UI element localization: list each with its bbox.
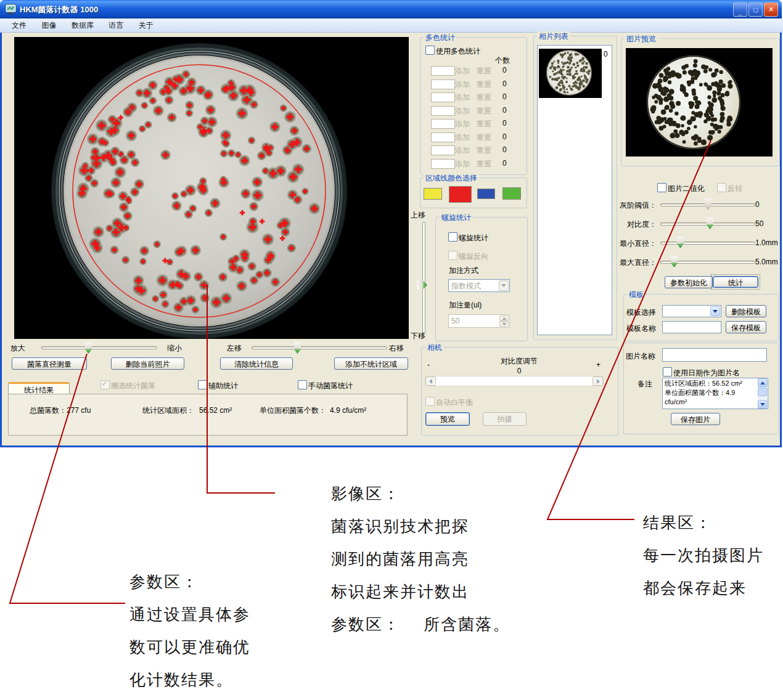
- region-color-red[interactable]: [449, 186, 472, 203]
- contrast-thumb[interactable]: [707, 218, 713, 229]
- spinner-up-icon[interactable]: [499, 315, 509, 321]
- pan-slider-track[interactable]: [252, 346, 387, 349]
- delete-template-button[interactable]: 删除模板: [726, 305, 766, 317]
- petri-dish-image[interactable]: [14, 37, 409, 339]
- zoom-in-label: 放大: [10, 343, 25, 354]
- note-scrollbar[interactable]: [758, 378, 767, 409]
- multicolor-stats-title: 多色统计: [424, 33, 457, 43]
- binarize-checkbox[interactable]: [657, 183, 666, 192]
- zoom-slider-thumb[interactable]: [85, 342, 92, 354]
- min-diameter-thumb[interactable]: [677, 237, 684, 248]
- use-multicolor-checkbox[interactable]: [425, 46, 435, 55]
- camera-capture-button[interactable]: 拍摄: [483, 412, 527, 426]
- note-label: 备注: [637, 379, 652, 389]
- dropdown-arrow-icon[interactable]: [710, 306, 720, 316]
- add-color-button-7[interactable]: 添加: [455, 145, 470, 156]
- pan-slider-thumb[interactable]: [294, 342, 301, 354]
- assist-count-checkbox[interactable]: [198, 380, 207, 389]
- add-color-button-4[interactable]: 添加: [455, 106, 470, 116]
- color-swatch-5[interactable]: [431, 119, 455, 129]
- close-button[interactable]: ✕: [764, 2, 778, 17]
- color-swatch-7[interactable]: [431, 145, 455, 155]
- reset-color-button-7[interactable]: 重置: [477, 145, 491, 156]
- menu-item-file[interactable]: 文件: [6, 18, 33, 33]
- dispense-volume-spinner[interactable]: 50: [448, 314, 510, 328]
- scroll-down-icon[interactable]: [758, 400, 767, 409]
- gray-threshold-thumb[interactable]: [705, 198, 711, 210]
- spiral-reverse-checkbox[interactable]: [448, 251, 457, 260]
- color-swatch-4[interactable]: [431, 106, 455, 116]
- reset-color-button-8[interactable]: 重置: [477, 159, 491, 169]
- reset-color-button-1[interactable]: 重置: [477, 66, 491, 76]
- dropdown-arrow-icon[interactable]: [499, 280, 509, 291]
- vertical-pan-thumb[interactable]: [417, 280, 427, 290]
- template-select[interactable]: [662, 305, 721, 317]
- preview-image[interactable]: [626, 48, 773, 157]
- invert-checkbox[interactable]: [717, 183, 726, 192]
- min-diameter-track[interactable]: [660, 242, 755, 245]
- annotation-line: 菌落识别技术把探: [331, 510, 510, 543]
- max-diameter-thumb[interactable]: [671, 256, 678, 267]
- color-swatch-1[interactable]: [431, 66, 455, 76]
- spinner-down-icon[interactable]: [499, 321, 509, 327]
- region-color-yellow[interactable]: [424, 188, 442, 200]
- tab-statistics-results[interactable]: 统计结果: [8, 382, 70, 394]
- init-params-button[interactable]: 参数初始化: [665, 276, 713, 288]
- add-exclude-region-button[interactable]: 添加不统计区域: [334, 357, 408, 370]
- reset-color-button-2[interactable]: 重置: [477, 79, 491, 90]
- region-color-blue[interactable]: [477, 189, 495, 199]
- reset-color-button-3[interactable]: 重置: [477, 92, 491, 103]
- menu-item-image[interactable]: 图像: [35, 18, 62, 33]
- reset-color-button-5[interactable]: 重置: [477, 119, 491, 129]
- circle-select-checkbox[interactable]: [100, 380, 110, 389]
- manual-count-checkbox[interactable]: [298, 380, 307, 389]
- clear-stats-button[interactable]: 清除统计信息: [220, 357, 293, 370]
- scroll-left-icon[interactable]: [425, 376, 436, 386]
- photo-list-title: 相片列表: [537, 31, 570, 42]
- add-color-button-1[interactable]: 添加: [455, 66, 470, 76]
- title-bar[interactable]: HKM菌落计数器 1000 _ □ ✕: [0, 0, 782, 18]
- add-color-button-2[interactable]: 添加: [455, 79, 470, 90]
- note-textarea[interactable]: 统计区域面积：56.52 cm² 单位面积菌落个数：4.9 cfu/cm²: [662, 378, 768, 409]
- scroll-up-icon[interactable]: [758, 378, 767, 387]
- camera-preview-button[interactable]: 预览: [425, 412, 470, 426]
- delete-photo-button[interactable]: 删除当前照片: [111, 357, 184, 370]
- save-picture-button[interactable]: 保存图片: [671, 413, 720, 425]
- minimize-button[interactable]: _: [733, 2, 747, 17]
- reset-color-button-6[interactable]: 重置: [477, 132, 491, 143]
- spiral-stats-title: 螺旋统计: [440, 213, 473, 223]
- count-button[interactable]: 统计: [713, 276, 758, 288]
- menu-item-language[interactable]: 语言: [102, 18, 129, 33]
- picture-name-input[interactable]: [662, 348, 767, 362]
- maximize-button[interactable]: □: [748, 2, 763, 17]
- add-color-button-8[interactable]: 添加: [455, 159, 470, 169]
- reset-color-button-4[interactable]: 重置: [477, 106, 491, 116]
- template-name-input[interactable]: [662, 321, 721, 333]
- add-color-button-3[interactable]: 添加: [455, 92, 470, 103]
- zoom-slider-track[interactable]: [41, 346, 157, 349]
- region-color-green[interactable]: [502, 187, 521, 200]
- scroll-right-icon[interactable]: [592, 376, 603, 386]
- dispense-mode-select[interactable]: 指数模式: [448, 279, 510, 292]
- total-colonies-field: 总菌落数：277 cfu: [30, 405, 91, 416]
- spiral-enable-checkbox[interactable]: [448, 232, 457, 242]
- photo-thumbnail[interactable]: [539, 49, 602, 98]
- pan-right-label: 右移: [389, 343, 404, 354]
- save-template-button[interactable]: 保存模板: [726, 321, 766, 333]
- template-name-label: 模板名称: [626, 324, 656, 334]
- add-color-button-5[interactable]: 添加: [455, 119, 470, 129]
- vertical-pan-track[interactable]: [422, 222, 425, 334]
- min-diameter-value: 1.0mm: [755, 238, 778, 247]
- add-color-button-6[interactable]: 添加: [455, 132, 470, 143]
- color-swatch-8[interactable]: [431, 159, 455, 169]
- scroll-thumb[interactable]: [758, 388, 767, 396]
- menu-item-database[interactable]: 数据库: [65, 18, 100, 33]
- color-swatch-2[interactable]: [431, 79, 455, 89]
- contrast-scrollbar[interactable]: [425, 376, 604, 386]
- measure-diameter-button[interactable]: 菌落直径测量: [12, 357, 87, 370]
- auto-white-balance-checkbox[interactable]: [425, 397, 435, 406]
- color-swatch-6[interactable]: [431, 132, 455, 142]
- color-swatch-3[interactable]: [431, 92, 455, 102]
- menu-item-about[interactable]: 关于: [133, 18, 160, 33]
- use-date-checkbox[interactable]: [663, 367, 672, 376]
